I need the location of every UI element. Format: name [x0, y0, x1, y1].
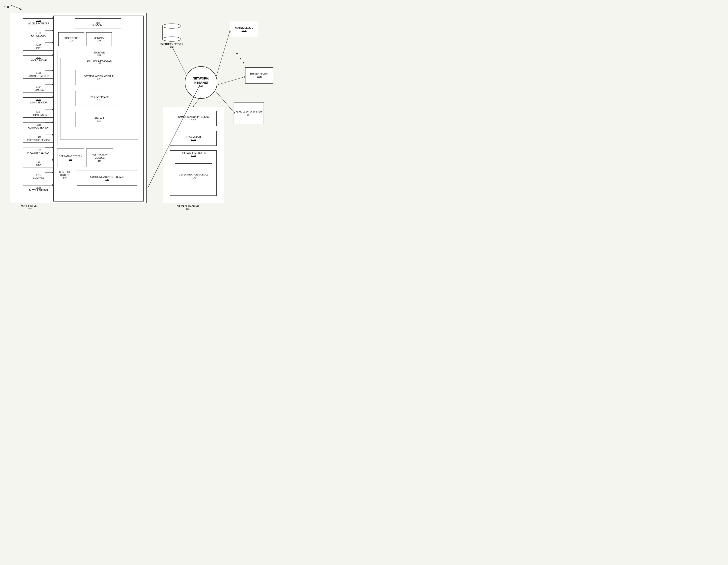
sensor-gyroscope: 145B GYROSCOPE — [23, 31, 54, 38]
sensor-name-1: GYROSCOPE — [24, 34, 54, 37]
control-circuit-label: CONTROL CIRCUIT 140 — [55, 171, 75, 179]
user-interface-box: USER INTERFACE 172 — [76, 91, 122, 106]
ui-ref: 172 — [97, 99, 100, 101]
ctrl-circuit-ref: 140 — [55, 177, 75, 179]
sensor-ref-9: 145J — [24, 136, 54, 139]
rest-mod-name: RESTRICTION MODULE — [86, 153, 113, 160]
sensor-name-2: GPS — [24, 47, 54, 50]
determination-module-box: DETERMINATION MODULE 170 — [76, 70, 122, 85]
db-inner-ref: 174 — [97, 119, 100, 122]
central-machine-outer-box: COMMUNICATION INTERFACE 4150 PROCESSOR 4… — [163, 107, 224, 203]
sensor-name-4: MAGNETOMETER — [24, 75, 54, 78]
cm-det-name: DETERMINATION MODULE — [179, 173, 208, 176]
sensor-ref-8: 145I — [24, 123, 54, 126]
sensor-magnetometer: 145E MAGNETOMETER — [23, 71, 54, 79]
sensor-ref-5: 145F — [24, 86, 54, 89]
cm-comm-name: COMMUNICATION INTERFACE — [177, 116, 210, 119]
mobile-160a-name: MOBILE DEVICE — [235, 26, 253, 29]
diagram-label: 100 — [4, 4, 23, 11]
cm-processor-box: PROCESSOR 4110 — [170, 131, 217, 146]
vehicle-label: VEHICLE DATA SYSTEM — [235, 110, 262, 113]
speaker-box: 146 SPEAKER — [75, 18, 121, 29]
sensor-name-12: COMPASS — [24, 176, 54, 179]
storage-label: STORAGE 180 — [57, 50, 141, 56]
comm-if-name: COMMUNICATION INTERFACE — [90, 176, 124, 178]
memory-ref: 120 — [97, 40, 101, 42]
sensor-name-3: MICROPHONE — [24, 59, 54, 62]
sensor-altitude: 145I ALTITUDE SENSOR — [23, 122, 54, 130]
processor-name: PROCESSOR — [64, 37, 79, 40]
cm-proc-ref: 4110 — [191, 138, 196, 141]
sensor-temp: 145H TEMP SENSOR — [23, 110, 54, 118]
sw-modules-ref: 130 — [60, 62, 138, 64]
mobile-160n-ref: 160N — [257, 76, 262, 79]
control-area: 146 SPEAKER PROCESSOR 110 MEMORY 120 STO… — [53, 16, 144, 202]
sensor-tactile: 145N TACTILE SENSOR — [23, 185, 54, 193]
mobile-160n-name: MOBILE DEVICE — [250, 73, 268, 76]
svg-point-4 — [162, 37, 181, 41]
cm-sw-ref: 4130 — [170, 154, 216, 157]
sensor-name-0: ACCELEROMETER — [24, 22, 54, 25]
memory-box: MEMORY 120 — [86, 32, 112, 46]
os-rest-row: OPERATING SYSTEM 176 RESTRICTION MODULE … — [57, 149, 113, 167]
restriction-module-box: RESTRICTION MODULE 171 — [86, 149, 113, 167]
sensor-name-11: NFC — [24, 164, 54, 167]
sensor-ref-12: 145M — [24, 174, 54, 176]
mobile-160a-ref: 160A — [242, 29, 246, 32]
det-module-name: DETERMINATION MODULE — [84, 75, 114, 78]
central-machine-name: CENTRAL MACHINE — [177, 205, 199, 208]
os-ref: 176 — [69, 158, 72, 161]
db-server-ref: 162 — [160, 46, 183, 49]
mobile-device-160a-box: MOBILE DEVICE 160A — [230, 21, 258, 37]
sensor-gps: 145C GPS — [23, 43, 54, 51]
db-inner-name: DATABASE — [93, 117, 105, 119]
sensor-ref-13: 145N — [24, 186, 54, 189]
sensor-name-9: PRESSURE SENSOR — [24, 139, 54, 142]
central-machine-ref: 168 — [177, 208, 199, 211]
ui-name: USER INTERFACE — [89, 96, 109, 99]
sensor-light: 145G LIGHT SENSOR — [23, 97, 54, 105]
network-ref: 166 — [199, 85, 203, 88]
sensor-pressure: 145J PRESSURE SENSOR — [23, 135, 54, 143]
sensor-ref-6: 145G — [24, 98, 54, 101]
network-internet-circle: NETWORK/ INTERNET 166 — [185, 66, 217, 99]
det-module-ref: 170 — [97, 78, 100, 80]
sensor-ref-1: 145B — [24, 32, 54, 34]
vehicle-ref: 164 — [247, 113, 250, 116]
svg-point-26 — [240, 58, 241, 59]
sw-modules-label: SOFTWARE MODULES 130 — [60, 58, 138, 64]
sensor-ref-10: 145K — [24, 149, 54, 151]
svg-point-25 — [236, 53, 238, 54]
svg-point-27 — [243, 62, 244, 63]
mobile-device-160n-box: MOBILE DEVICE 160N — [245, 67, 273, 84]
svg-line-22 — [217, 77, 245, 85]
network-label-text: NETWORK/ INTERNET — [185, 76, 217, 85]
cm-det-ref: 4170 — [191, 176, 196, 179]
sensor-compass: 145M COMPASS — [23, 173, 54, 180]
sensor-name-5: CAMERA — [24, 89, 54, 92]
comm-interface-main-box: COMMUNICATION INTERFACE 150 — [77, 171, 137, 186]
memory-name: MEMORY — [94, 37, 104, 40]
sensor-ref-4: 145E — [24, 72, 54, 75]
db-server-label: DATABASE/ SERVER 162 — [160, 43, 183, 49]
sensor-nfc: 145L NFC — [23, 160, 54, 168]
svg-line-21 — [216, 30, 230, 77]
vehicle-data-system-box: VEHICLE DATA SYSTEM 164 — [234, 102, 264, 124]
label-100-text: 100 — [4, 6, 9, 9]
central-machine-label: CENTRAL MACHINE 168 — [177, 205, 199, 211]
speaker-name: SPEAKER — [92, 23, 103, 26]
network-name: NETWORK/ INTERNET — [193, 77, 209, 84]
db-server-cylinder-svg — [161, 23, 182, 42]
cm-sw-modules-box: SOFTWARE MODULES 4130 DETERMINATION MODU… — [170, 150, 217, 196]
software-modules-box: SOFTWARE MODULES 130 DETERMINATION MODUL… — [60, 58, 138, 139]
sensor-ref-11: 145L — [24, 161, 54, 164]
mobile-device-outer-box: 145A ACCELEROMETER 145B GYROSCOPE 145C G… — [10, 13, 147, 203]
db-server-name: DATABASE/ SERVER — [160, 43, 183, 46]
cm-comm-interface-box: COMMUNICATION INTERFACE 4150 — [170, 111, 217, 126]
processor-box: PROCESSOR 110 — [58, 32, 84, 46]
mobile-device-name-label: MOBILE DEVICE — [21, 205, 39, 208]
ctrl-circuit-name: CONTROL CIRCUIT — [55, 171, 75, 177]
sw-modules-name: SOFTWARE MODULES — [60, 59, 138, 62]
cm-sw-name: SOFTWARE MODULES — [170, 152, 216, 154]
os-name: OPERATING SYSTEM — [59, 155, 82, 158]
